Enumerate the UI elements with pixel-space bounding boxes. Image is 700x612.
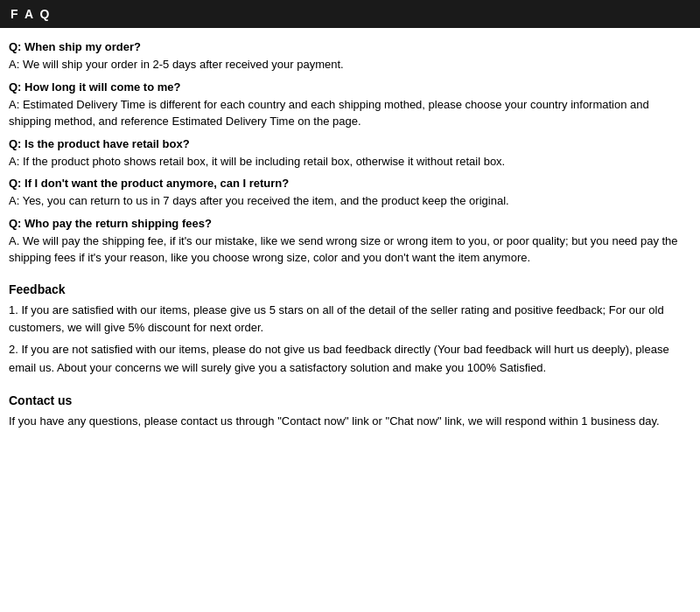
feedback-point-2: 2. If you are not satisfied with our ite… (9, 341, 691, 378)
question-3: Q: Is the product have retail box? (9, 137, 691, 150)
answer-1: A: We will ship your order in 2-5 days a… (9, 56, 691, 73)
faq-item-4: Q: If I don't want the product anymore, … (9, 177, 691, 210)
faq-item-1: Q: When ship my order? A: We will ship y… (9, 40, 691, 73)
faq-section: Q: When ship my order? A: We will ship y… (9, 40, 691, 267)
faq-header-bar: F A Q (0, 0, 700, 28)
faq-item-5: Q: Who pay the return shipping fees? A. … (9, 217, 691, 267)
question-2: Q: How long it will come to me? (9, 80, 691, 94)
answer-2: A: Estimated Delivery Time is different … (9, 96, 691, 130)
question-5: Q: Who pay the return shipping fees? (9, 217, 691, 230)
question-1: Q: When ship my order? (9, 40, 691, 53)
content-area: Q: When ship my order? A: We will ship y… (0, 37, 700, 434)
feedback-point-1: 1. If you are satisfied with our items, … (9, 302, 691, 338)
faq-item-2: Q: How long it will come to me? A: Estim… (9, 80, 691, 130)
faq-title: F A Q (10, 7, 51, 21)
contact-title: Contact us (9, 393, 691, 407)
faq-item-3: Q: Is the product have retail box? A: If… (9, 137, 691, 170)
feedback-section: Feedback 1. If you are satisfied with ou… (9, 282, 691, 378)
contact-section: Contact us If you have any questions, pl… (9, 393, 691, 431)
answer-5: A. We will pay the shipping fee, if it's… (9, 233, 691, 267)
answer-4: A: Yes, you can return to us in 7 days a… (9, 192, 691, 210)
answer-3: A: If the product photo shows retail box… (9, 153, 691, 170)
feedback-title: Feedback (9, 282, 691, 296)
feedback-content: 1. If you are satisfied with our items, … (9, 302, 691, 378)
question-4: Q: If I don't want the product anymore, … (9, 177, 691, 190)
contact-text: If you have any questions, please contac… (9, 413, 691, 431)
